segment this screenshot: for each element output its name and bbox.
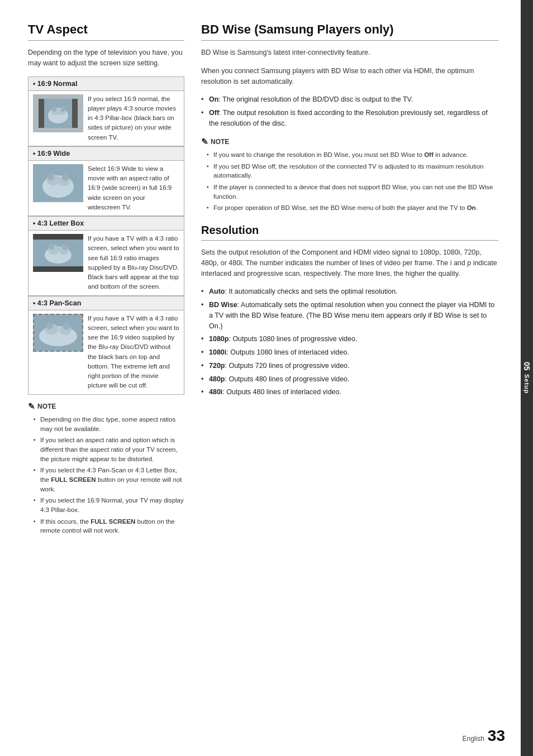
note-icon-right: ✎	[201, 136, 208, 149]
thumb-169-wide	[33, 164, 83, 202]
left-note-label: NOTE	[37, 401, 56, 412]
left-note-list: Depending on the disc type, some aspect …	[28, 415, 184, 535]
bd-wise-off-label: Off	[209, 109, 219, 117]
dog-image-43-letterbox	[33, 234, 83, 272]
aspect-body-169-normal: If you select 16:9 normal, the player pl…	[28, 91, 184, 146]
left-note-item-1: Depending on the disc type, some aspect …	[34, 415, 184, 433]
svg-point-21	[62, 243, 68, 250]
resolution-bullet-720p: 720p: Outputs 720 lines of progressive v…	[201, 361, 498, 371]
resolution-bullet-480p: 480p: Outputs 480 lines of progressive v…	[201, 374, 498, 385]
svg-rect-15	[33, 234, 83, 240]
footer-number: 33	[488, 727, 505, 745]
tv-aspect-intro: Depending on the type of television you …	[28, 47, 184, 69]
bd-wise-on-text: : The original resolution of the BD/DVD …	[218, 95, 413, 103]
bd-wise-title: BD Wise (Samsung Players only)	[201, 22, 498, 41]
bd-wise-note-2: If you set BD Wise off, the resolution o…	[207, 162, 498, 180]
bd-wise-note-section: ✎ NOTE If you want to change the resolut…	[201, 136, 498, 213]
footer-english: English	[462, 735, 484, 743]
left-note-item-2: If you select an aspect ratio and option…	[34, 436, 184, 463]
resolution-bullet-480i: 480i: Outputs 480 lines of interlaced vi…	[201, 387, 498, 398]
aspect-header-169-wide: • 16:9 Wide	[28, 147, 184, 161]
resolution-bullets: Auto: It automatically checks and sets t…	[201, 286, 498, 398]
aspect-desc-169-normal: If you select 16:9 normal, the player pl…	[88, 94, 179, 142]
aspect-desc-169-wide: Select 16:9 Wide to view a movie with an…	[88, 164, 179, 212]
left-column: TV Aspect Depending on the type of telev…	[28, 22, 184, 734]
aspect-item-169-wide: • 16:9 Wide Select 16:9 Wide to view a m…	[28, 146, 184, 216]
bd-wise-on-label: On	[209, 95, 218, 103]
side-tab: 05 Setup	[521, 0, 533, 756]
svg-point-27	[63, 322, 70, 330]
bd-wise-note-list: If you want to change the resolution in …	[201, 150, 498, 213]
bd-wise-bullet-on: On: The original resolution of the BD/DV…	[201, 94, 498, 105]
bd-wise-note-title: ✎ NOTE	[201, 136, 498, 149]
aspect-body-43-letterbox: If you have a TV with a 4:3 ratio screen…	[28, 231, 184, 295]
res-1080p-text: : Outputs 1080 lines of progressive vide…	[229, 335, 357, 343]
resolution-bullet-1080p: 1080p: Outputs 1080 lines of progressive…	[201, 334, 498, 344]
bd-wise-desc: When you connect Samsung players with BD…	[201, 66, 498, 87]
res-480p-text: : Outputs 480 lines of progressive video…	[225, 375, 350, 383]
aspect-header-169-normal: • 16:9 Normal	[28, 77, 184, 91]
left-note-item-3: If you select the 4:3 Pan-Scan or 4:3 Le…	[34, 466, 184, 494]
resolution-bullet-auto: Auto: It automatically checks and sets t…	[201, 286, 498, 297]
res-720p-label: 720p	[209, 362, 225, 370]
content-area: TV Aspect Depending on the type of telev…	[0, 0, 521, 756]
bd-wise-bullet-off: Off: The output resolution is fixed acco…	[201, 108, 498, 129]
dog-image-169-normal	[39, 99, 78, 128]
svg-rect-2	[72, 99, 78, 128]
res-bdwise-text: : Automatically sets the optimal resolut…	[209, 301, 494, 330]
aspect-body-169-wide: Select 16:9 Wide to view a movie with an…	[28, 161, 184, 216]
thumb-169-normal	[33, 94, 83, 132]
bd-wise-off-text: : The output resolution is fixed accordi…	[209, 109, 488, 127]
aspect-item-43-letterbox: • 4:3 Letter Box	[28, 216, 184, 296]
res-bdwise-label: BD Wise	[209, 301, 237, 309]
resolution-bullet-1080i: 1080i: Outputs 1080 lines of interlaced …	[201, 347, 498, 358]
page-footer: English 33	[462, 727, 505, 745]
page: TV Aspect Depending on the type of telev…	[0, 0, 533, 756]
aspect-body-43-panscan: If you have a TV with a 4:3 ratio screen…	[28, 310, 184, 394]
bd-wise-intro: BD Wise is Samsung's latest inter-connec…	[201, 47, 498, 58]
thumb-43-letterbox	[33, 234, 83, 272]
left-note-section: ✎ NOTE Depending on the disc type, some …	[28, 400, 184, 536]
svg-point-7	[61, 107, 65, 112]
bd-wise-note-4: For proper operation of BD Wise, set the…	[207, 203, 498, 213]
bd-wise-note-label: NOTE	[211, 137, 229, 147]
left-note-item-5: If this occurs, the FULL SCREEN button o…	[34, 517, 184, 535]
svg-point-6	[52, 106, 56, 112]
res-720p-text: : Outputs 720 lines of progressive video…	[225, 362, 350, 370]
res-auto-label: Auto	[209, 288, 225, 295]
aspect-header-43-panscan: • 4:3 Pan-Scan	[28, 296, 184, 310]
side-tab-number: 05	[522, 362, 531, 371]
side-tab-label: Setup	[524, 374, 530, 394]
bd-wise-note-1: If you want to change the resolution in …	[207, 150, 498, 160]
thumb-inner-169-normal	[39, 99, 78, 128]
thumb-43-panscan	[33, 314, 83, 352]
fullscreen-text-2: FULL SCREEN	[91, 518, 135, 525]
right-column: BD Wise (Samsung Players only) BD Wise i…	[201, 22, 498, 734]
aspect-item-43-panscan: • 4:3 Pan-Scan If you have a TV with a 4…	[28, 296, 184, 395]
note-icon-left: ✎	[28, 400, 35, 413]
left-note-item-4: If you select the 16:9 Normal, your TV m…	[34, 496, 184, 514]
fullscreen-text-1: FULL SCREEN	[51, 476, 96, 483]
res-480i-text: : Outputs 480 lines of interlaced video.	[222, 388, 341, 396]
aspect-desc-43-panscan: If you have a TV with a 4:3 ratio screen…	[88, 314, 179, 391]
dog-image-169-wide	[33, 164, 83, 202]
bd-wise-bullets: On: The original resolution of the BD/DV…	[201, 94, 498, 128]
res-480p-label: 480p	[209, 375, 225, 383]
svg-point-26	[46, 322, 53, 329]
svg-rect-1	[39, 99, 44, 128]
tv-aspect-title: TV Aspect	[28, 22, 184, 41]
svg-point-20	[49, 243, 54, 250]
res-1080p-label: 1080p	[209, 335, 229, 343]
resolution-bullet-bdwise: BD Wise: Automatically sets the optimal …	[201, 300, 498, 331]
dog-image-43-panscan	[34, 315, 82, 351]
res-1080i-label: 1080i	[209, 348, 226, 356]
resolution-intro: Sets the output resolution of the Compon…	[201, 247, 498, 279]
aspect-header-43-letterbox: • 4:3 Letter Box	[28, 217, 184, 231]
left-note-title: ✎ NOTE	[28, 400, 184, 413]
svg-point-13	[62, 173, 69, 181]
aspect-item-169-normal: • 16:9 Normal	[28, 76, 184, 146]
aspect-desc-43-letterbox: If you have a TV with a 4:3 ratio screen…	[88, 234, 179, 292]
bd-wise-note-3: If the player is connected to a device t…	[207, 183, 498, 201]
res-480i-label: 480i	[209, 388, 222, 396]
svg-rect-16	[33, 266, 83, 272]
